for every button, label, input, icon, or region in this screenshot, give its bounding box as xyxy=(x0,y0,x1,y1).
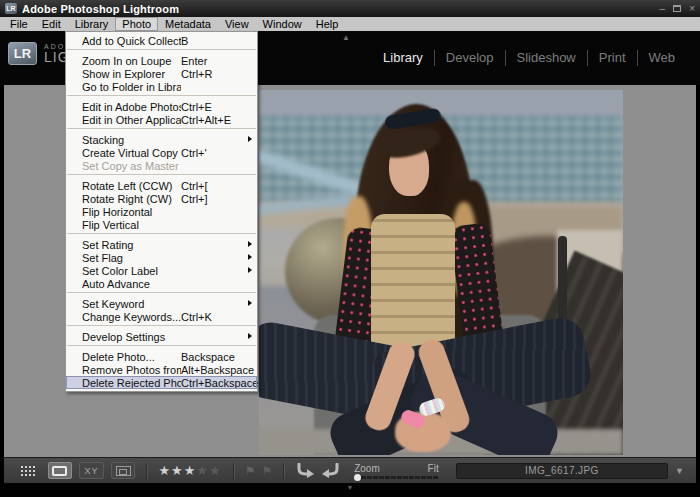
toolbar-dropdown-icon[interactable]: ▼ xyxy=(675,466,684,476)
menu-item[interactable]: Rotate Left (CCW) Ctrl+[ xyxy=(66,179,257,192)
menubar-item[interactable]: Window xyxy=(256,17,309,31)
menu-item-label: Set Rating xyxy=(82,239,181,251)
menu-item[interactable]: Remove Photos from Catalog Alt+Backspace xyxy=(66,363,257,376)
filename-display[interactable]: IMG_6617.JPG xyxy=(456,463,668,479)
zoom-slider-thumb[interactable] xyxy=(354,474,361,481)
menu-item-label: Rotate Right (CW) xyxy=(82,193,181,205)
zoom-slider[interactable] xyxy=(354,476,439,479)
menu-item[interactable]: Edit in Adobe Photoshop CS3... Ctrl+E xyxy=(66,100,257,113)
grid-view-icon xyxy=(20,465,37,477)
submenu-arrow-icon xyxy=(248,254,252,260)
filmstrip-collapse-icon[interactable]: ▼ xyxy=(347,484,354,491)
module-picker: Library Develop Slideshow Print Web xyxy=(372,31,686,85)
menu-item[interactable]: Go to Folder in Library xyxy=(66,80,257,93)
submenu-arrow-icon xyxy=(248,267,252,273)
menu-item[interactable]: Set Keyword xyxy=(66,297,257,310)
menu-item-label: Set Keyword xyxy=(82,298,181,310)
zoom-label[interactable]: Zoom xyxy=(354,463,380,474)
photo-menu: Add to Quick Collection B Zoom In on Lou… xyxy=(65,31,258,392)
fit-label[interactable]: Fit xyxy=(428,463,439,474)
close-button[interactable]: × xyxy=(689,4,695,14)
menu-item-label: Delete Rejected Photos... xyxy=(82,377,181,389)
menu-item-label: Change Keywords... xyxy=(82,311,181,323)
toolbar-separator xyxy=(233,463,234,479)
menu-item-label: Flip Vertical xyxy=(82,219,181,231)
submenu-arrow-icon xyxy=(248,333,252,339)
compare-view-icon: XY xyxy=(84,466,98,476)
menu-item[interactable]: Rotate Right (CW) Ctrl+] xyxy=(66,192,257,205)
compare-view-button[interactable]: XY xyxy=(79,462,104,479)
menu-item[interactable]: Change Keywords... Ctrl+K xyxy=(66,310,257,323)
menu-item-label: Set Flag xyxy=(82,252,181,264)
app-icon: LR xyxy=(5,3,17,14)
menu-item[interactable]: Zoom In on Loupe Enter xyxy=(66,54,257,67)
top-panel-collapse-icon[interactable]: ▲ xyxy=(342,33,350,42)
module-tab[interactable]: Print xyxy=(587,50,637,66)
menu-item-label: Set Copy as Master xyxy=(82,160,181,172)
rotate-left-icon[interactable] xyxy=(295,463,315,478)
toolbar-separator xyxy=(146,463,147,479)
menu-item-label: Edit in Other Application... xyxy=(82,114,181,126)
menu-item-shortcut: Alt+Backspace xyxy=(181,364,251,376)
menu-item-label: Delete Photo... xyxy=(82,351,181,363)
minimize-button[interactable]: – xyxy=(660,4,666,14)
menu-item-label: Set Color Label xyxy=(82,265,181,277)
menubar-item[interactable]: View xyxy=(218,17,256,31)
restore-icon xyxy=(673,5,681,12)
menubar-item[interactable]: File xyxy=(3,17,35,31)
menu-item-shortcut: Backspace xyxy=(181,351,251,363)
menu-item[interactable]: Set Copy as Master xyxy=(66,159,257,172)
module-tab[interactable]: Develop xyxy=(434,50,505,66)
grid-view-button[interactable] xyxy=(16,462,41,479)
menu-item[interactable]: Delete Rejected Photos... Ctrl+Backspace xyxy=(66,376,257,389)
title-bar: LR Adobe Photoshop Lightroom – × xyxy=(0,0,700,17)
menu-item-shortcut: Ctrl+Backspace xyxy=(181,377,251,389)
menu-item-label: Rotate Left (CCW) xyxy=(82,180,181,192)
photo-canvas[interactable] xyxy=(259,90,623,455)
loupe-view-button[interactable] xyxy=(48,462,73,479)
menu-item-label: Stacking xyxy=(82,134,181,146)
submenu-arrow-icon xyxy=(248,136,252,142)
submenu-arrow-icon xyxy=(248,300,252,306)
loupe-view-icon xyxy=(52,466,67,476)
reject-flag-icon[interactable]: ⚑ xyxy=(261,465,272,477)
menu-item[interactable]: Develop Settings xyxy=(66,330,257,343)
restore-button[interactable] xyxy=(673,5,681,12)
survey-view-button[interactable] xyxy=(111,462,136,479)
filmstrip-panel: ▼ xyxy=(0,483,700,497)
menu-item[interactable]: Flip Vertical xyxy=(66,218,257,231)
menu-item[interactable]: Set Flag xyxy=(66,251,257,264)
menu-item-shortcut: Ctrl+R xyxy=(181,68,251,80)
menu-item[interactable]: Auto Advance xyxy=(66,277,257,290)
menubar-item[interactable]: Library xyxy=(68,17,116,31)
module-tab[interactable]: Library xyxy=(372,50,434,66)
menu-bar: File Edit Library Photo Metadata View Wi… xyxy=(0,17,700,31)
menubar-item[interactable]: Help xyxy=(309,17,346,31)
star-rating[interactable]: ★★★★★ xyxy=(158,464,221,477)
menu-item[interactable]: Create Virtual Copy Ctrl+' xyxy=(66,146,257,159)
menu-item[interactable]: Flip Horizontal xyxy=(66,205,257,218)
empty-stars[interactable]: ★★ xyxy=(196,463,221,478)
menubar-item[interactable]: Photo xyxy=(115,17,158,31)
pick-flag-icon[interactable]: ⚑ xyxy=(245,465,256,477)
menu-item[interactable]: Delete Photo... Backspace xyxy=(66,350,257,363)
menu-item[interactable]: Add to Quick Collection B xyxy=(66,34,257,47)
menubar-item[interactable]: Metadata xyxy=(158,17,218,31)
module-tab[interactable]: Slideshow xyxy=(505,50,587,66)
menu-item[interactable]: Set Color Label xyxy=(66,264,257,277)
menu-item-label: Show in Explorer xyxy=(82,68,181,80)
menu-item-shortcut: Enter xyxy=(181,55,251,67)
submenu-arrow-icon xyxy=(248,241,252,247)
menu-item[interactable]: Stacking xyxy=(66,133,257,146)
menu-item[interactable]: Set Rating xyxy=(66,238,257,251)
menu-item-shortcut: Ctrl+] xyxy=(181,193,251,205)
menubar-item[interactable]: Edit xyxy=(35,17,68,31)
menu-item-label: Zoom In on Loupe xyxy=(82,55,181,67)
filled-stars[interactable]: ★★★ xyxy=(158,463,196,478)
window-title: Adobe Photoshop Lightroom xyxy=(22,3,179,15)
toolbar-separator xyxy=(283,463,284,479)
menu-item[interactable]: Show in Explorer Ctrl+R xyxy=(66,67,257,80)
menu-item[interactable]: Edit in Other Application... Ctrl+Alt+E xyxy=(66,113,257,126)
module-tab[interactable]: Web xyxy=(637,50,687,66)
rotate-right-icon[interactable] xyxy=(321,463,341,478)
